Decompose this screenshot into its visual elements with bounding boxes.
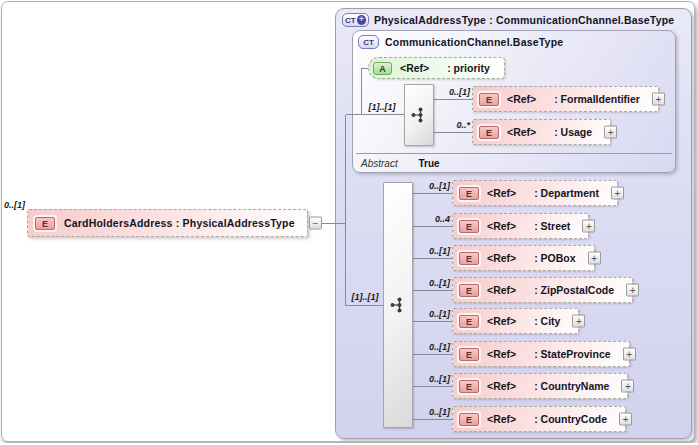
cardinality-label: 0..[1] — [429, 246, 450, 256]
sequence-icon — [389, 296, 407, 314]
cardinality-label: 0..4 — [435, 214, 450, 224]
element-icon: E — [479, 126, 499, 139]
root-element-cardholdersaddress[interactable]: 0..[1] E CardHoldersAddress : PhysicalAd… — [27, 209, 308, 237]
element-name: : City — [534, 315, 560, 327]
expand-button[interactable]: + — [582, 220, 595, 233]
complex-type-derived-icon: CT + — [342, 13, 369, 27]
abstract-row: Abstract True — [361, 158, 440, 169]
element-icon: E — [459, 315, 479, 328]
expand-button[interactable]: + — [604, 126, 617, 139]
base-type-title: CommunicationChannel.BaseType — [385, 36, 563, 48]
cardinality-label: 0..[1] — [429, 374, 450, 384]
element-icon: E — [35, 217, 55, 230]
attribute-node-priority[interactable]: A <Ref> : priority — [368, 57, 505, 79]
complex-type-icon: CT — [358, 35, 379, 49]
abstract-value: True — [418, 158, 439, 169]
element-node[interactable]: 0..[1] E <Ref> : CountryCode + — [452, 406, 626, 432]
cardinality-label: 0..[1] — [429, 407, 450, 417]
expand-button[interactable]: + — [619, 413, 632, 426]
expand-button[interactable]: + — [611, 187, 624, 200]
cardinality-label: 0..[1] — [449, 87, 470, 97]
element-name: : POBox — [534, 252, 575, 264]
element-icon: E — [459, 413, 479, 426]
attribute-ref: <Ref> — [400, 62, 429, 74]
element-node[interactable]: 0..[1] E <Ref> : StateProvince + — [452, 341, 630, 367]
expand-button[interactable]: + — [626, 284, 639, 297]
element-node[interactable]: 0..[1] E <Ref> : Department + — [452, 180, 618, 206]
attribute-icon: A — [373, 62, 392, 75]
attribute-name: : priority — [447, 62, 490, 74]
expand-button[interactable]: + — [652, 93, 665, 106]
element-ref: <Ref> — [507, 93, 536, 105]
element-name: : Usage — [554, 126, 592, 138]
sequence-cardinality-label: [1]..[1] — [364, 102, 400, 112]
cardinality-label: 0..[1] — [429, 342, 450, 352]
element-name: : Street — [534, 220, 570, 232]
element-ref: <Ref> — [487, 252, 516, 264]
schema-diagram-canvas: CT + PhysicalAddressType : Communication… — [1, 1, 695, 442]
element-icon: E — [459, 220, 479, 233]
root-element-label: CardHoldersAddress : PhysicalAddressType — [64, 217, 295, 229]
cardinality-label: 0..[1] — [4, 200, 25, 210]
collapse-button[interactable]: − — [309, 217, 322, 230]
sequence-icon — [410, 106, 428, 124]
ct-icon-text: CT — [345, 16, 356, 25]
sequence-cardinality-label: [1]..[1] — [347, 292, 383, 302]
element-ref: <Ref> — [487, 413, 516, 425]
abstract-label: Abstract — [361, 158, 398, 169]
complex-type-title: PhysicalAddressType : CommunicationChann… — [374, 14, 674, 26]
element-node[interactable]: 0..[1] E <Ref> : ZipPostalCode + — [452, 277, 633, 303]
expand-button[interactable]: + — [621, 380, 634, 393]
element-name: : Department — [534, 187, 599, 199]
element-name: : ZipPostalCode — [534, 284, 614, 296]
expand-button[interactable]: + — [623, 348, 636, 361]
element-icon: E — [479, 93, 499, 106]
element-ref: <Ref> — [487, 284, 516, 296]
abstract-separator — [356, 153, 672, 154]
base-type-header: CT CommunicationChannel.BaseType — [358, 35, 563, 49]
expand-button[interactable]: + — [572, 315, 585, 328]
element-ref: <Ref> — [507, 126, 536, 138]
element-name: : CountryName — [534, 380, 609, 392]
element-ref: <Ref> — [487, 315, 516, 327]
complex-type-header: CT + PhysicalAddressType : Communication… — [342, 13, 674, 27]
element-ref: <Ref> — [487, 187, 516, 199]
cardinality-label: 0..* — [456, 120, 470, 130]
cardinality-label: 0..[1] — [429, 181, 450, 191]
element-icon: E — [459, 252, 479, 265]
element-icon: E — [459, 380, 479, 393]
plus-circle-icon: + — [357, 15, 366, 25]
element-node[interactable]: 0..[1] E <Ref> : City + — [452, 308, 579, 334]
cardinality-label: 0..[1] — [429, 278, 450, 288]
element-ref: <Ref> — [487, 348, 516, 360]
element-icon: E — [459, 187, 479, 200]
element-ref: <Ref> — [487, 380, 516, 392]
element-node[interactable]: 0..4 E <Ref> : Street + — [452, 213, 589, 239]
element-node[interactable]: 0..[1] E <Ref> : FormalIdentifier + — [472, 86, 659, 112]
element-icon: E — [459, 348, 479, 361]
element-name: : CountryCode — [534, 413, 607, 425]
element-node[interactable]: 0..[1] E <Ref> : CountryName + — [452, 373, 628, 399]
element-node[interactable]: 0..* E <Ref> : Usage + — [472, 119, 611, 145]
element-name: : StateProvince — [534, 348, 610, 360]
element-node[interactable]: 0..[1] E <Ref> : POBox + — [452, 245, 595, 271]
expand-button[interactable]: + — [588, 252, 601, 265]
element-ref: <Ref> — [487, 220, 516, 232]
element-name: : FormalIdentifier — [554, 93, 640, 105]
cardinality-label: 0..[1] — [429, 309, 450, 319]
element-icon: E — [459, 284, 479, 297]
